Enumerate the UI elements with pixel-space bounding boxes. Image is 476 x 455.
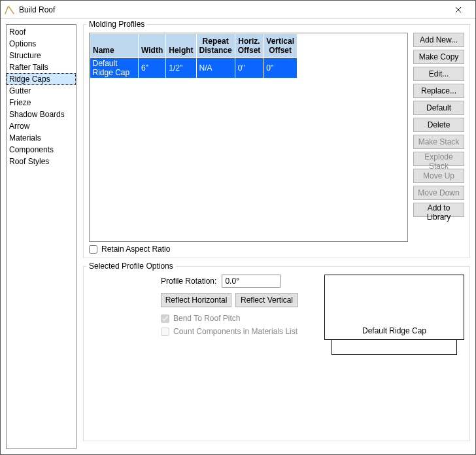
table-row[interactable]: Default Ridge Cap 6" 1/2" N/A 0" 0" <box>90 58 298 78</box>
reflect-row: Reflect Horizontal Reflect Vertical <box>161 293 318 307</box>
sidebar-item-rafter-tails[interactable]: Rafter Tails <box>7 61 76 73</box>
build-roof-window: Build Roof Roof Options Structure Rafter… <box>0 0 476 455</box>
make-stack-button: Make Stack <box>413 135 464 149</box>
sidebar-item-gutter[interactable]: Gutter <box>7 85 76 97</box>
roof-icon <box>5 5 15 15</box>
count-checkbox <box>161 328 169 336</box>
rotation-row: Profile Rotation: <box>161 275 318 288</box>
col-repeat[interactable]: Repeat Distance <box>196 34 235 58</box>
sidebar-item-shadow-boards[interactable]: Shadow Boards <box>7 109 76 120</box>
molding-profiles-legend: Molding Profiles <box>86 20 147 29</box>
col-width[interactable]: Width <box>139 34 166 58</box>
molding-row: Name Width Height Repeat Distance Horiz.… <box>89 33 464 242</box>
col-voffset[interactable]: Vertical Offset <box>264 34 298 58</box>
sidebar-item-ridge-caps[interactable]: Ridge Caps <box>7 73 76 85</box>
preview-canvas <box>325 275 464 324</box>
sidebar-item-frieze[interactable]: Frieze <box>7 97 76 109</box>
sidebar-item-components[interactable]: Components <box>7 144 76 156</box>
cell-voffset: 0" <box>264 58 298 78</box>
reflect-vertical-button[interactable]: Reflect Vertical <box>235 293 298 307</box>
sidebar-item-roof[interactable]: Roof <box>7 26 76 38</box>
rotation-input[interactable] <box>222 275 280 288</box>
profiles-table-wrap[interactable]: Name Width Height Repeat Distance Horiz.… <box>89 33 408 242</box>
profile-buttons: Add New... Make Copy Edit... Replace... … <box>413 33 464 242</box>
move-up-button: Move Up <box>413 169 464 183</box>
bend-checkbox <box>161 314 169 323</box>
default-button[interactable]: Default <box>413 101 464 115</box>
molding-profiles-group: Molding Profiles Name Width Height Repea… <box>83 24 470 258</box>
preview-label: Default Ridge Cap <box>325 324 464 339</box>
add-new-button[interactable]: Add New... <box>413 33 464 47</box>
edit-button[interactable]: Edit... <box>413 67 464 81</box>
sidebar-item-materials[interactable]: Materials <box>7 132 76 144</box>
make-copy-button[interactable]: Make Copy <box>413 50 464 64</box>
window-title: Build Roof <box>19 5 445 14</box>
preview-shape <box>332 339 457 355</box>
retain-aspect-row: Retain Aspect Ratio <box>89 244 464 254</box>
cell-name: Default Ridge Cap <box>90 58 139 78</box>
replace-button[interactable]: Replace... <box>413 84 464 98</box>
reflect-horizontal-button[interactable]: Reflect Horizontal <box>161 293 231 307</box>
col-hoffset[interactable]: Horiz. Offset <box>235 34 264 58</box>
move-down-button: Move Down <box>413 186 464 200</box>
add-to-library-button[interactable]: Add to Library <box>413 203 464 217</box>
titlebar: Build Roof <box>1 1 475 19</box>
cell-repeat: N/A <box>196 58 235 78</box>
profiles-table: Name Width Height Repeat Distance Horiz.… <box>90 33 298 78</box>
bend-row: Bend To Roof Pitch <box>161 314 318 323</box>
close-button[interactable] <box>445 1 471 18</box>
cell-height: 1/2" <box>166 58 196 78</box>
dialog-body: Roof Options Structure Rafter Tails Ridg… <box>1 19 475 454</box>
delete-button[interactable]: Delete <box>413 118 464 132</box>
cell-width: 6" <box>139 58 166 78</box>
sidebar-item-structure[interactable]: Structure <box>7 50 76 61</box>
spo-body: Profile Rotation: Reflect Horizontal Ref… <box>89 275 464 340</box>
bend-label: Bend To Roof Pitch <box>173 314 241 323</box>
col-name[interactable]: Name <box>90 34 139 58</box>
category-sidebar: Roof Options Structure Rafter Tails Ridg… <box>6 24 76 449</box>
retain-aspect-label: Retain Aspect Ratio <box>101 244 170 254</box>
count-label: Count Components in Materials List <box>173 327 298 336</box>
explode-stack-button: Explode Stack <box>413 152 464 166</box>
profile-preview: Default Ridge Cap <box>324 275 464 340</box>
col-height[interactable]: Height <box>166 34 196 58</box>
sidebar-item-options[interactable]: Options <box>7 38 76 50</box>
rotation-label: Profile Rotation: <box>161 277 216 286</box>
count-row: Count Components in Materials List <box>161 327 318 336</box>
spo-controls: Profile Rotation: Reflect Horizontal Ref… <box>89 275 318 340</box>
cell-hoffset: 0" <box>235 58 264 78</box>
retain-aspect-checkbox[interactable] <box>89 245 97 254</box>
main-panel: Molding Profiles Name Width Height Repea… <box>83 24 470 449</box>
sidebar-item-arrow[interactable]: Arrow <box>7 120 76 132</box>
spo-legend: Selected Profile Options <box>86 261 176 271</box>
selected-profile-options-group: Selected Profile Options Profile Rotatio… <box>83 266 470 441</box>
close-icon <box>455 7 462 13</box>
sidebar-item-roof-styles[interactable]: Roof Styles <box>7 156 76 167</box>
